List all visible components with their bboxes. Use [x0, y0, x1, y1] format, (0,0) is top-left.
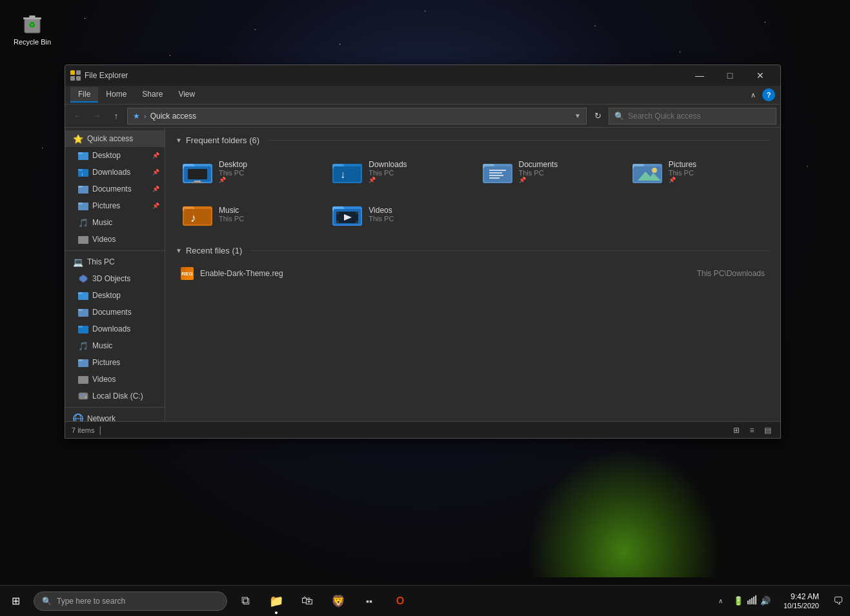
maximize-button[interactable]: □ — [715, 65, 745, 86]
sidebar-label-documents-pc: Documents — [92, 308, 132, 317]
help-button[interactable]: ? — [762, 88, 775, 101]
svg-rect-5 — [76, 70, 81, 75]
svg-rect-48 — [489, 172, 502, 174]
svg-point-55 — [652, 168, 657, 173]
task-view-button[interactable]: ⧉ — [230, 586, 261, 617]
recent-file-row[interactable]: REG Enable-Dark-Theme.reg This PC\Downlo… — [176, 263, 770, 284]
sidebar-item-desktop-pc[interactable]: Desktop — [65, 287, 165, 304]
folder-item-pictures[interactable]: Pictures This PC 📌 — [625, 153, 770, 190]
tab-home[interactable]: Home — [98, 87, 134, 103]
svg-rect-71 — [751, 598, 753, 604]
sidebar-item-this-pc[interactable]: 💻 This PC — [65, 253, 165, 270]
details-view-button[interactable]: ▤ — [761, 424, 774, 437]
address-chevron: › — [144, 112, 147, 120]
clock-time: 9:42 AM — [791, 592, 819, 601]
sidebar-item-downloads-pc[interactable]: Downloads — [65, 321, 165, 337]
folder-thumb-desktop — [183, 159, 212, 184]
folder-item-music[interactable]: ♪ Music This PC — [176, 195, 320, 233]
back-button[interactable]: ← — [69, 108, 86, 124]
svg-point-31 — [74, 414, 83, 421]
app-icon — [70, 70, 81, 81]
recent-files-section: ▼ Recent files (1) REG Enable-Dark-Theme… — [176, 246, 770, 284]
svg-rect-22 — [78, 309, 83, 311]
forward-button[interactable]: → — [88, 108, 105, 124]
tab-share[interactable]: Share — [134, 87, 170, 103]
office-taskbar-button[interactable]: O — [385, 586, 416, 617]
task-view-icon: ⧉ — [241, 594, 250, 608]
close-button[interactable]: ✕ — [745, 65, 775, 86]
sidebar-item-quick-access[interactable]: ⭐ Quick access — [65, 130, 165, 147]
folder-item-videos[interactable]: Videos This PC — [325, 195, 470, 233]
ribbon-expand-button[interactable]: ∧ — [747, 90, 760, 101]
minimize-button[interactable]: — — [685, 65, 714, 86]
sidebar-item-documents-pc[interactable]: Documents — [65, 304, 165, 321]
section-arrow-frequent[interactable]: ▼ — [176, 137, 182, 144]
svg-rect-65 — [336, 212, 339, 214]
sidebar-item-music-qa[interactable]: 🎵 Music — [65, 214, 165, 231]
svg-rect-58 — [184, 209, 211, 224]
svg-rect-2 — [29, 15, 35, 17]
svg-rect-29 — [80, 394, 83, 396]
taskbar-right: ∧ 🔋 🔊 9:42 AM 10/15/2020 🗨 — [713, 586, 850, 616]
sidebar-item-3d-objects[interactable]: 3D Objects — [65, 270, 165, 287]
folder-info-videos: Videos This PC — [369, 206, 394, 223]
sidebar-item-videos-qa[interactable]: Videos — [65, 231, 165, 248]
folder-item-documents[interactable]: Documents This PC 📌 — [476, 153, 620, 190]
sidebar-label-network: Network — [87, 414, 116, 421]
large-icons-view-button[interactable]: ⊞ — [730, 424, 743, 437]
svg-rect-37 — [188, 169, 207, 179]
sidebar-item-network[interactable]: Network — [65, 410, 165, 421]
star-icon: ⭐ — [73, 134, 83, 144]
folder-info-desktop: Desktop This PC 📌 — [219, 160, 247, 183]
volume-icon: 🔊 — [760, 596, 771, 606]
list-view-button[interactable]: ≡ — [745, 424, 758, 437]
sidebar-label-quick-access: Quick access — [87, 134, 133, 143]
folder-videos-pc-icon — [78, 374, 88, 384]
recycle-bin[interactable]: ♻ Recycle Bin — [10, 10, 55, 46]
folder-path-pictures: This PC — [669, 169, 696, 177]
svg-rect-26 — [78, 359, 83, 361]
sidebar-item-downloads-qa[interactable]: ↓ Downloads 📌 — [65, 164, 165, 181]
sidebar-item-music-pc[interactable]: 🎵 Music — [65, 337, 165, 354]
store-taskbar-button[interactable]: 🛍 — [292, 586, 323, 617]
sidebar-item-pictures-pc[interactable]: Pictures — [65, 354, 165, 371]
sidebar-item-local-disk[interactable]: Local Disk (C:) — [65, 388, 165, 404]
tab-view[interactable]: View — [170, 87, 203, 103]
file-explorer-taskbar-button[interactable]: 📁 — [261, 586, 292, 617]
folder-path-downloads: This PC — [369, 169, 407, 177]
up-button[interactable]: ↑ — [108, 108, 125, 124]
terminal-icon: ▪▪ — [366, 596, 372, 606]
folder-documents-icon — [78, 184, 88, 194]
sidebar-item-documents-qa[interactable]: Documents 📌 — [65, 181, 165, 197]
taskbar-clock[interactable]: 9:42 AM 10/15/2020 — [776, 586, 827, 616]
address-dropdown-icon[interactable]: ▼ — [574, 112, 581, 119]
search-input[interactable] — [628, 112, 771, 121]
section-arrow-recent[interactable]: ▼ — [176, 247, 182, 254]
browser-taskbar-button[interactable]: 🦁 — [323, 586, 354, 617]
video-icon-qa — [78, 234, 88, 244]
sys-tray-chevron[interactable]: ∧ — [713, 586, 728, 616]
tab-file[interactable]: File — [70, 87, 98, 103]
folder-item-desktop[interactable]: Desktop This PC 📌 — [176, 153, 320, 190]
folder-desktop-pc-icon — [78, 290, 88, 301]
svg-rect-38 — [194, 181, 201, 182]
svg-rect-6 — [70, 76, 75, 81]
sidebar-item-pictures-qa[interactable]: Pictures 📌 — [65, 197, 165, 214]
music-pc-icon: 🎵 — [78, 341, 88, 351]
notification-button[interactable]: 🗨 — [827, 586, 850, 617]
folder-item-downloads[interactable]: ↓ Downloads This PC 📌 — [325, 153, 470, 190]
refresh-button[interactable]: ↻ — [589, 108, 606, 124]
sidebar-item-desktop-qa[interactable]: Desktop 📌 — [65, 147, 165, 164]
sidebar-item-videos-pc[interactable]: Videos — [65, 371, 165, 388]
section-divider-frequent — [268, 140, 770, 141]
address-path[interactable]: ★ › Quick access ▼ — [127, 108, 587, 124]
start-button[interactable]: ⊞ — [0, 586, 31, 617]
taskbar-search[interactable]: 🔍 Type here to search — [34, 591, 227, 611]
svg-rect-9 — [78, 152, 83, 154]
svg-rect-1 — [23, 17, 41, 19]
reg-file-icon: REG — [181, 267, 194, 280]
terminal-taskbar-button[interactable]: ▪▪ — [354, 586, 385, 617]
sys-tray-icons[interactable]: 🔋 🔊 — [728, 586, 776, 616]
search-box[interactable]: 🔍 — [609, 108, 776, 124]
sidebar-label-pictures-pc: Pictures — [92, 358, 120, 367]
